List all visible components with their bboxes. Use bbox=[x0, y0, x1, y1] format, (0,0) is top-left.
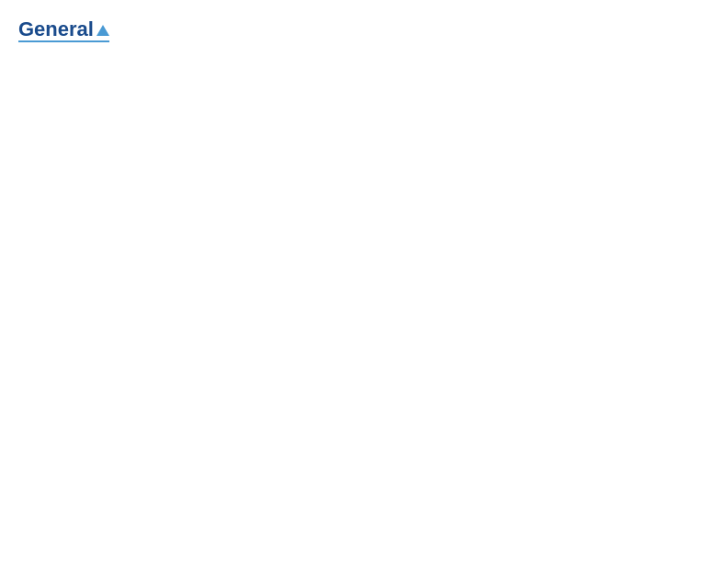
logo-blue bbox=[18, 40, 109, 43]
header: General bbox=[18, 18, 710, 43]
logo: General bbox=[18, 18, 109, 43]
logo-triangle-icon bbox=[97, 25, 109, 36]
logo-general: General bbox=[18, 18, 109, 40]
